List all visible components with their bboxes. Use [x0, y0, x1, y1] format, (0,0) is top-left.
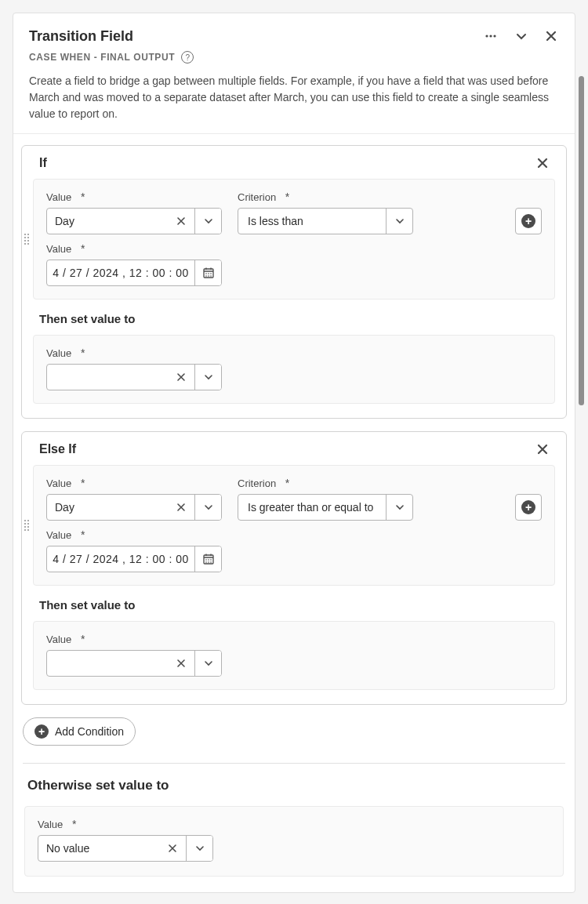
panel-title: Transition Field	[29, 28, 133, 45]
value-label: Value *	[46, 633, 542, 645]
value-input-combo[interactable]	[46, 208, 222, 234]
value-label: Value *	[46, 477, 222, 489]
condition-block-if: If Value *	[21, 145, 567, 419]
svg-point-19	[210, 559, 212, 561]
then-subsection: Value *	[33, 621, 555, 690]
calendar-button[interactable]	[194, 546, 221, 572]
chevron-down-icon	[195, 844, 205, 853]
clear-input-button[interactable]	[168, 209, 194, 234]
then-value-combo[interactable]	[46, 650, 222, 677]
clear-input-button[interactable]	[159, 836, 186, 861]
add-criterion-button[interactable]: +	[515, 208, 542, 234]
calendar-button[interactable]	[194, 260, 221, 285]
dropdown-toggle-button[interactable]	[194, 365, 221, 390]
then-value-input[interactable]	[47, 651, 168, 676]
condition-title: Else If	[39, 442, 76, 456]
otherwise-value-input[interactable]	[38, 836, 159, 861]
value-input[interactable]	[47, 209, 168, 234]
dropdown-toggle-button[interactable]	[386, 209, 412, 234]
dropdown-toggle-button[interactable]	[194, 495, 221, 520]
elseif-criteria-subsection: Value * Criterion *	[33, 465, 555, 586]
criterion-label: Criterion *	[238, 477, 413, 489]
value-label: Value *	[46, 528, 542, 541]
plus-circle-icon: +	[521, 214, 535, 228]
close-button[interactable]	[543, 28, 559, 44]
then-subsection: Value *	[33, 335, 555, 404]
value-label: Value *	[46, 191, 222, 203]
date-value: 4 / 27 / 2024 , 12 : 00 : 00	[47, 260, 194, 285]
date-input-combo[interactable]: 4 / 27 / 2024 , 12 : 00 : 00	[46, 260, 222, 286]
panel-subtitle: CASE WHEN - FINAL OUTPUT	[29, 52, 175, 63]
transition-field-panel: Transition Field	[13, 13, 575, 893]
otherwise-section: Otherwise set value to Value *	[21, 778, 567, 877]
drag-handle-icon[interactable]	[24, 234, 29, 245]
close-icon	[176, 659, 186, 668]
chevron-down-icon	[395, 503, 405, 512]
collapse-button[interactable]	[514, 28, 529, 44]
close-icon	[536, 443, 549, 456]
chevron-down-icon	[204, 372, 213, 382]
criterion-select[interactable]: Is greater than or equal to	[238, 494, 413, 521]
date-value: 4 / 27 / 2024 , 12 : 00 : 00	[47, 546, 194, 572]
remove-condition-button[interactable]	[535, 441, 550, 457]
drag-handle-icon[interactable]	[24, 520, 29, 531]
chevron-down-icon	[515, 30, 528, 42]
close-icon	[168, 844, 177, 853]
panel-header: Transition Field	[13, 13, 575, 134]
svg-point-10	[205, 275, 207, 277]
help-icon[interactable]: ?	[181, 51, 194, 64]
then-value-input[interactable]	[47, 365, 168, 390]
close-icon	[545, 30, 557, 42]
then-value-combo[interactable]	[46, 364, 222, 390]
svg-point-17	[205, 559, 207, 561]
add-criterion-button[interactable]: +	[515, 494, 542, 521]
if-criteria-subsection: Value * Criterion *	[33, 179, 555, 300]
svg-point-9	[210, 273, 212, 274]
otherwise-title: Otherwise set value to	[27, 778, 564, 793]
clear-input-button[interactable]	[168, 651, 194, 676]
clear-input-button[interactable]	[168, 495, 194, 520]
scrollbar[interactable]	[579, 76, 584, 405]
remove-condition-button[interactable]	[535, 155, 550, 171]
dropdown-toggle-button[interactable]	[194, 651, 221, 676]
panel-header-actions	[482, 27, 559, 45]
svg-point-11	[208, 275, 209, 277]
value-input-combo[interactable]	[46, 494, 222, 521]
criterion-value: Is less than	[238, 215, 386, 227]
divider	[23, 763, 565, 764]
dropdown-toggle-button[interactable]	[386, 495, 412, 520]
dropdown-toggle-button[interactable]	[194, 209, 221, 234]
more-options-button[interactable]	[482, 27, 499, 45]
otherwise-value-combo[interactable]	[38, 835, 213, 862]
svg-point-12	[210, 275, 212, 277]
svg-point-2	[493, 34, 495, 37]
criterion-select[interactable]: Is less than	[238, 208, 413, 234]
then-set-value-label: Then set value to	[39, 598, 555, 612]
condition-block-elseif: Else If Value *	[21, 431, 567, 705]
calendar-icon	[202, 553, 215, 565]
chevron-down-icon	[204, 659, 213, 668]
value-input[interactable]	[47, 495, 168, 520]
add-condition-button[interactable]: + Add Condition	[23, 717, 136, 746]
criterion-label: Criterion *	[238, 191, 413, 203]
close-icon	[176, 372, 186, 382]
svg-point-0	[485, 34, 488, 37]
date-input-combo[interactable]: 4 / 27 / 2024 , 12 : 00 : 00	[46, 546, 222, 572]
chevron-down-icon	[204, 216, 213, 226]
criterion-value: Is greater than or equal to	[238, 501, 386, 514]
dropdown-toggle-button[interactable]	[186, 836, 212, 861]
close-icon	[176, 216, 186, 226]
svg-point-20	[205, 561, 207, 563]
plus-circle-icon: +	[34, 724, 49, 739]
svg-point-18	[208, 559, 209, 561]
then-set-value-label: Then set value to	[39, 312, 555, 325]
ellipsis-icon	[484, 29, 498, 43]
svg-point-7	[205, 273, 207, 274]
close-icon	[176, 503, 186, 512]
add-condition-label: Add Condition	[55, 725, 124, 738]
value-label: Value *	[46, 347, 542, 359]
svg-point-21	[208, 561, 209, 563]
clear-input-button[interactable]	[168, 365, 194, 390]
plus-circle-icon: +	[521, 500, 535, 514]
chevron-down-icon	[204, 503, 213, 512]
